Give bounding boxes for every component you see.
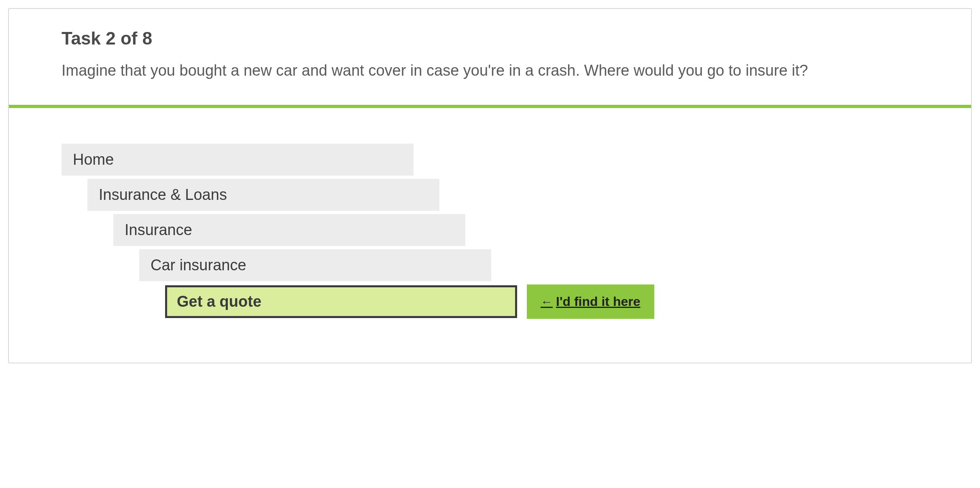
divider	[9, 105, 971, 108]
tree-row: Get a quote ← I'd find it here	[62, 284, 918, 319]
tree-item-insurance-loans[interactable]: Insurance & Loans	[87, 179, 439, 211]
tree-row: Insurance	[62, 214, 918, 246]
task-title: Task 2 of 8	[62, 28, 918, 49]
task-description: Imagine that you bought a new car and wa…	[62, 59, 918, 82]
find-it-here-label: I'd find it here	[556, 294, 641, 309]
tree-item-car-insurance[interactable]: Car insurance	[139, 249, 491, 281]
tree-item-home[interactable]: Home	[62, 144, 414, 176]
tree-row: Insurance & Loans	[62, 179, 918, 211]
task-container: Task 2 of 8 Imagine that you bought a ne…	[8, 8, 972, 363]
arrow-left-icon: ←	[541, 295, 553, 309]
tree-row: Home	[62, 144, 918, 176]
tree-item-insurance[interactable]: Insurance	[113, 214, 465, 246]
task-header: Task 2 of 8 Imagine that you bought a ne…	[9, 9, 971, 105]
find-it-here-button[interactable]: ← I'd find it here	[527, 284, 654, 319]
tree-item-get-a-quote[interactable]: Get a quote	[165, 285, 517, 318]
tree-row: Car insurance	[62, 249, 918, 281]
tree-area: Home Insurance & Loans Insurance Car ins…	[9, 108, 971, 363]
